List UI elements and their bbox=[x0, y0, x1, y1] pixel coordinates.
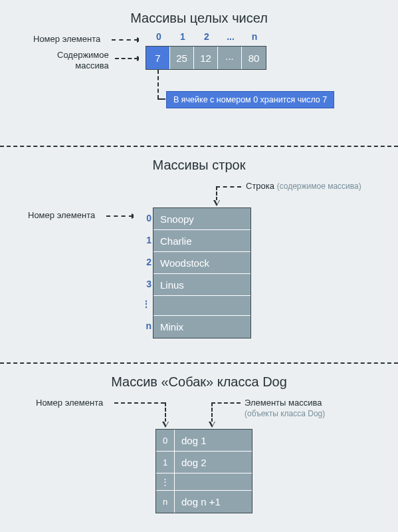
callout-connector bbox=[157, 98, 165, 100]
row-index: 1 bbox=[140, 235, 151, 245]
table-row: Snoopy bbox=[153, 208, 250, 230]
index-label: Номер элемента bbox=[36, 398, 103, 408]
section-string-array: Массивы строк Строка (содержимое массива… bbox=[0, 147, 398, 362]
row-index: 0 bbox=[140, 213, 151, 223]
section1-body: Номер элемента Содержимое массива 0 1 2 … bbox=[19, 34, 379, 134]
table-row: Charlie bbox=[153, 230, 250, 252]
row-index: ⋮ bbox=[140, 299, 151, 309]
table-row: Minix bbox=[153, 316, 250, 338]
arrow-right-icon bbox=[112, 39, 138, 41]
connector-line bbox=[114, 402, 165, 404]
index-label: Номер элемента bbox=[33, 34, 100, 45]
callout-box: В ячейке с номером 0 хранится число 7 bbox=[166, 91, 334, 108]
row-value: dog 1 bbox=[175, 430, 252, 451]
row-index: 0 bbox=[156, 430, 175, 451]
row-index: ⋮ bbox=[156, 473, 175, 490]
connector-line bbox=[211, 402, 241, 404]
section-int-array: Массивы целых чисел Номер элемента Содер… bbox=[0, 0, 398, 146]
array-cell: 25 bbox=[170, 47, 194, 69]
index-num: ... bbox=[219, 31, 243, 42]
array-cell: 12 bbox=[194, 47, 218, 69]
index-num: 2 bbox=[195, 31, 219, 42]
table-row: Linus bbox=[153, 274, 250, 296]
elements-label: Элементы массива (объекты класса Dog) bbox=[245, 398, 325, 419]
row-index: n bbox=[156, 491, 175, 513]
array-cell: ··· bbox=[218, 47, 242, 69]
section-title: Массивы строк bbox=[19, 158, 379, 173]
section-title: Массивы целых чисел bbox=[19, 11, 379, 26]
index-label: Номер элемента bbox=[28, 210, 95, 220]
arrow-down-icon bbox=[211, 402, 213, 422]
dog-array-table: 0 dog 1 1 dog 2 ⋮ n dog n +1 bbox=[155, 429, 252, 513]
string-label-text: Строка bbox=[246, 181, 274, 191]
array-cell: 7 bbox=[146, 47, 170, 69]
table-row bbox=[153, 296, 250, 316]
row-index: 3 bbox=[140, 279, 151, 289]
table-row: 1 dog 2 bbox=[156, 452, 252, 473]
section3-body: Номер элемента Элементы массива (объекты… bbox=[19, 398, 379, 527]
table-row: ⋮ bbox=[156, 473, 252, 491]
elements-label-text: Элементы массива bbox=[245, 398, 322, 408]
connector-line bbox=[216, 186, 241, 188]
array-cell: 80 bbox=[242, 47, 266, 69]
row-value bbox=[175, 473, 252, 490]
arrow-down-icon bbox=[216, 186, 217, 201]
string-label-paren: (содержимое массива) bbox=[277, 182, 361, 191]
arrow-down-icon bbox=[165, 402, 166, 422]
callout-connector bbox=[157, 70, 159, 99]
section-dog-array: Массив «Собак» класса Dog Номер элемента… bbox=[0, 364, 398, 532]
table-row: n dog n +1 bbox=[156, 491, 252, 513]
arrow-right-icon bbox=[106, 215, 133, 217]
section2-body: Строка (содержимое массива) Номер элемен… bbox=[19, 181, 379, 350]
arrow-right-icon bbox=[115, 58, 138, 59]
table-row: 0 dog 1 bbox=[156, 430, 252, 452]
row-index: 2 bbox=[140, 257, 151, 267]
index-row: 0 1 2 ... n bbox=[147, 31, 266, 42]
string-label: Строка (содержимое массива) bbox=[246, 181, 361, 191]
row-index: 1 bbox=[156, 452, 175, 473]
index-num: n bbox=[243, 31, 266, 42]
array-cells: 7 25 12 ··· 80 bbox=[146, 46, 266, 70]
elements-label-paren: (объекты класса Dog) bbox=[245, 409, 325, 420]
row-index: n bbox=[140, 321, 151, 331]
table-row: Woodstock bbox=[153, 252, 250, 274]
section-title: Массив «Собак» класса Dog bbox=[19, 374, 379, 390]
row-value: dog 2 bbox=[175, 452, 252, 473]
row-value: dog n +1 bbox=[175, 491, 252, 513]
content-label: Содержимое массива bbox=[57, 50, 109, 70]
index-num: 0 bbox=[147, 31, 171, 42]
index-num: 1 bbox=[171, 31, 195, 42]
string-array-table: Snoopy Charlie Woodstock Linus Minix bbox=[153, 207, 251, 338]
